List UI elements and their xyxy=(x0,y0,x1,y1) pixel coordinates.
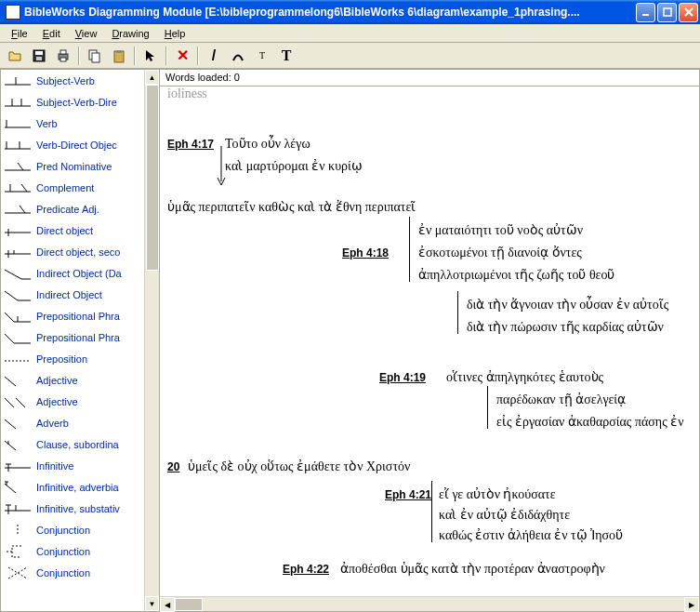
menu-drawing[interactable]: Drawing xyxy=(104,26,156,41)
greek-text[interactable]: παρέδωκαν τῇ ἀσελγείᾳ xyxy=(496,392,626,407)
scroll-up-icon[interactable]: ▲ xyxy=(145,70,159,85)
scroll-thumb[interactable] xyxy=(175,598,203,611)
palette-item[interactable]: Pred Nominative xyxy=(1,155,159,177)
scroll-thumb[interactable] xyxy=(146,85,159,271)
greek-text[interactable]: οἵτινες ἀπηλγηκότες ἑαυτοὺς xyxy=(446,369,603,385)
diagram-symbol-icon xyxy=(3,287,33,302)
greek-text[interactable]: ἐσκοτωμένοι τῇ διανοίᾳ ὄντες xyxy=(418,245,582,260)
palette-item[interactable]: Verb-Direct Objec xyxy=(1,134,159,155)
svg-rect-1 xyxy=(664,8,671,16)
greek-text[interactable]: ἀπηλλοτριωμένοι τῆς ζωῆς τοῦ θεοῦ xyxy=(418,267,614,283)
palette-item[interactable]: Conjunction xyxy=(1,540,159,562)
diagram-symbol-icon xyxy=(3,202,33,217)
delete-button[interactable]: ✕ xyxy=(171,46,193,66)
diagram-symbol-icon xyxy=(3,73,33,88)
verse-reference[interactable]: Eph 4:17 xyxy=(167,138,214,151)
palette-label: Adverb xyxy=(36,418,69,429)
palette-label: Pred Nominative xyxy=(36,161,112,172)
menu-view[interactable]: View xyxy=(68,26,105,41)
palette-item[interactable]: Adjective xyxy=(1,391,159,412)
palette-item[interactable]: Conjunction xyxy=(1,562,159,583)
palette-label: Verb xyxy=(36,118,58,129)
verse-reference[interactable]: 20 xyxy=(167,460,179,473)
greek-text[interactable]: καὶ μαρτύρομαι ἐν κυρίῳ xyxy=(225,158,363,174)
greek-text[interactable]: ὑμεῖς δὲ οὐχ οὕτως ἐμάθετε τὸν Χριστόν xyxy=(188,459,410,474)
palette-item[interactable]: Indirect Object xyxy=(1,284,159,305)
maximize-button[interactable] xyxy=(657,3,677,22)
menu-file[interactable]: File xyxy=(4,26,35,41)
horizontal-scrollbar[interactable]: ◀ ▶ xyxy=(160,596,699,611)
main-panel: Words loaded: 0 ioliness Eph 4:17Τοῦτο ο… xyxy=(160,69,700,612)
greek-text[interactable]: καθώς ἐστιν ἀλήθεια ἐν τῷ Ἰησοῦ xyxy=(439,527,623,543)
small-text-tool[interactable]: T xyxy=(251,46,273,66)
svg-line-40 xyxy=(5,313,14,322)
palette-item[interactable]: Adverb xyxy=(1,412,159,433)
greek-text[interactable]: ἐν ματαιότητι τοῦ νοὸς αὐτῶν xyxy=(418,222,583,238)
palette-item[interactable]: Subject-Verb-Dire xyxy=(1,91,159,113)
copy-button[interactable] xyxy=(84,46,106,66)
scroll-down-icon[interactable]: ▼ xyxy=(145,596,159,611)
large-text-tool[interactable]: T xyxy=(275,46,297,66)
diagram-symbol-icon xyxy=(3,159,33,174)
greek-text[interactable]: εἴ γε αὐτὸν ἠκούσατε xyxy=(439,486,556,502)
diagram-symbol-icon xyxy=(3,373,33,388)
palette-item[interactable]: Infinitive xyxy=(1,455,159,476)
palette-item[interactable]: Subject-Verb xyxy=(1,70,159,91)
diagram-symbol-icon xyxy=(3,180,33,195)
diagram-symbol-icon xyxy=(3,523,33,538)
minimize-button[interactable] xyxy=(636,3,655,22)
palette-label: Conjunction xyxy=(36,546,90,557)
palette-item[interactable]: Direct object, seco xyxy=(1,241,159,262)
window-title: BibleWorks Diagramming Module [E:\biblep… xyxy=(24,6,636,19)
separator xyxy=(134,47,136,65)
scroll-left-icon[interactable]: ◀ xyxy=(160,597,175,612)
palette-item[interactable]: Indirect Object (Da xyxy=(1,262,159,284)
palette-item[interactable]: Clause, subordina xyxy=(1,433,159,455)
greek-text[interactable]: Τοῦτο οὖν λέγω xyxy=(225,136,310,152)
palette-label: Subject-Verb xyxy=(36,75,95,86)
verse-reference[interactable]: Eph 4:18 xyxy=(342,246,389,259)
verse-reference[interactable]: Eph 4:19 xyxy=(379,371,426,384)
menu-help[interactable]: Help xyxy=(157,26,193,41)
save-button[interactable] xyxy=(28,46,50,66)
palette-item[interactable]: Predicate Adj. xyxy=(1,198,159,220)
palette-label: Predicate Adj. xyxy=(36,204,99,215)
diagram-symbol-icon xyxy=(3,116,33,131)
diagram-symbol-icon xyxy=(3,330,33,345)
palette-item[interactable]: Verb xyxy=(1,113,159,134)
menu-edit[interactable]: Edit xyxy=(35,26,68,41)
pointer-tool[interactable] xyxy=(139,46,162,66)
close-button[interactable] xyxy=(679,3,698,22)
greek-text[interactable]: εἰς ἐργασίαν ἀκαθαρσίας πάσης ἐν xyxy=(496,414,684,430)
palette-label: Verb-Direct Objec xyxy=(36,140,117,151)
palette-item[interactable]: Infinitive, adverbia xyxy=(1,476,159,498)
greek-text[interactable]: καὶ ἐν αὐτῷ ἐδιδάχθητε xyxy=(439,507,570,523)
scroll-right-icon[interactable]: ▶ xyxy=(684,597,699,612)
palette-item[interactable]: Infinitive, substativ xyxy=(1,498,159,519)
greek-text[interactable]: διὰ τὴν ἄγνοιαν τὴν οὖσαν ἐν αὐτοῖς xyxy=(467,297,668,313)
toolbar: ✕ / T T xyxy=(0,43,700,69)
slash-tool[interactable]: / xyxy=(203,46,225,66)
palette-item[interactable]: Preposition xyxy=(1,348,159,369)
print-button[interactable] xyxy=(52,46,74,66)
diagram-canvas[interactable]: ioliness Eph 4:17Τοῦτο οὖν λέγωκαὶ μαρτύ… xyxy=(160,86,699,596)
svg-rect-9 xyxy=(60,58,66,61)
verse-reference[interactable]: Eph 4:21 xyxy=(385,488,431,501)
palette-label: Infinitive xyxy=(36,460,73,472)
svg-line-30 xyxy=(20,206,25,213)
paste-button[interactable] xyxy=(108,46,130,66)
greek-text[interactable]: ἀποθέσθαι ὑμᾶς κατὰ τὴν προτέραν ἀναστρο… xyxy=(340,561,605,577)
sidebar-scrollbar[interactable]: ▲ ▼ xyxy=(144,70,159,611)
curve-tool[interactable] xyxy=(227,46,249,66)
verse-reference[interactable]: Eph 4:22 xyxy=(283,563,329,576)
open-button[interactable] xyxy=(4,46,26,66)
greek-text[interactable]: διὰ τὴν πώρωσιν τῆς καρδίας αὐτῶν xyxy=(467,319,664,335)
palette-item[interactable]: Prepositional Phra xyxy=(1,326,159,348)
palette-item[interactable]: Direct object xyxy=(1,220,159,241)
greek-text[interactable]: ὑμᾶς περιπατεῖν καθὼς καὶ τὰ ἔθνη περιπα… xyxy=(167,199,416,215)
palette-item[interactable]: Adjective xyxy=(1,369,159,391)
palette-item[interactable]: Conjunction xyxy=(1,519,159,540)
palette-item[interactable]: Prepositional Phra xyxy=(1,305,159,326)
palette-item[interactable]: Complement xyxy=(1,177,159,198)
palette-label: Adjective xyxy=(36,396,78,407)
